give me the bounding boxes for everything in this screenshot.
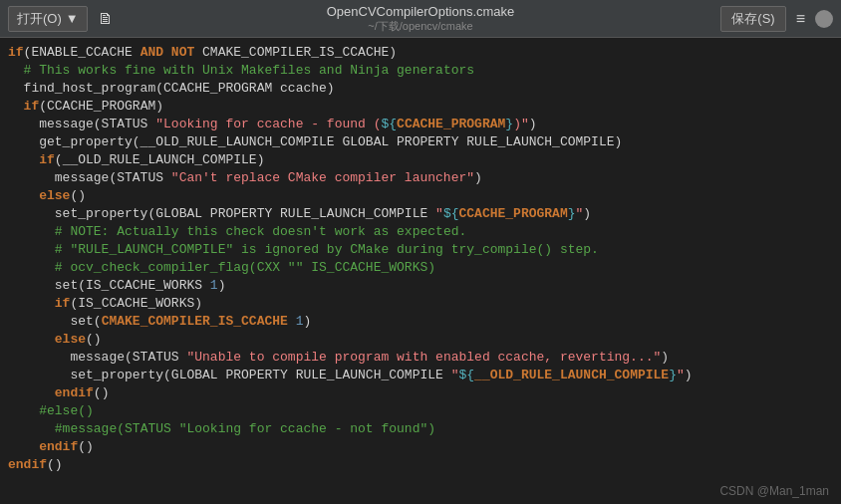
code-area: if(ENABLE_CCACHE AND NOT CMAKE_COMPILER_…	[0, 38, 841, 504]
code-line-11: # NOTE: Actually this check doesn't work…	[0, 223, 841, 241]
code-line-12: # "RULE_LAUNCH_COMPILE" is ignored by CM…	[0, 241, 841, 259]
menu-button[interactable]: ≡	[790, 7, 811, 31]
titlebar-left: 打开(O) ▼ 🗎	[8, 6, 120, 32]
code-line-14: set(IS_CCACHE_WORKS 1)	[0, 277, 841, 295]
code-line-6: get_property(__OLD_RULE_LAUNCH_COMPILE G…	[0, 133, 841, 151]
code-line-22: #message(STATUS "Looking for ccache - no…	[0, 420, 841, 438]
save-button[interactable]: 保存(S)	[720, 6, 785, 32]
code-line-2: # This works fine with Unix Makefiles an…	[0, 62, 841, 80]
file-icon-button[interactable]: 🗎	[92, 7, 120, 31]
code-line-18: message(STATUS "Unable to compile progra…	[0, 349, 841, 367]
title-filename: OpenCVCompilerOptions.cmake	[327, 4, 515, 19]
code-line-9: else()	[0, 187, 841, 205]
open-label: 打开(O)	[17, 10, 62, 28]
code-line-20: endif()	[0, 384, 841, 402]
titlebar-right: 保存(S) ≡	[720, 6, 833, 32]
code-line-15: if(IS_CCACHE_WORKS)	[0, 295, 841, 313]
code-line-4: if(CCACHE_PROGRAM)	[0, 98, 841, 116]
code-line-17: else()	[0, 331, 841, 349]
code-line-16: set(CMAKE_COMPILER_IS_CCACHE 1)	[0, 313, 841, 331]
code-line-8: message(STATUS "Can't replace CMake comp…	[0, 169, 841, 187]
code-line-1: if(ENABLE_CCACHE AND NOT CMAKE_COMPILER_…	[0, 44, 841, 62]
code-line-3: find_host_program(CCACHE_PROGRAM ccache)	[0, 80, 841, 98]
code-line-21: #else()	[0, 402, 841, 420]
watermark: CSDN @Man_1man	[719, 484, 829, 498]
title-path: ~/下载/opencv/cmake	[327, 19, 515, 34]
title-center: OpenCVCompilerOptions.cmake ~/下载/opencv/…	[327, 4, 515, 34]
code-line-10: set_property(GLOBAL PROPERTY RULE_LAUNCH…	[0, 205, 841, 223]
titlebar: 打开(O) ▼ 🗎 OpenCVCompilerOptions.cmake ~/…	[0, 0, 841, 38]
code-line-7: if(__OLD_RULE_LAUNCH_COMPILE)	[0, 151, 841, 169]
code-line-19: set_property(GLOBAL PROPERTY RULE_LAUNCH…	[0, 367, 841, 384]
code-line-23: endif()	[0, 438, 841, 456]
open-button[interactable]: 打开(O) ▼	[8, 6, 88, 32]
open-dropdown-icon: ▼	[66, 11, 79, 26]
code-line-13: # ocv_check_compiler_flag(CXX "" IS_CCAC…	[0, 259, 841, 277]
code-line-24: endif()	[0, 456, 841, 474]
code-line-5: message(STATUS "Looking for ccache - fou…	[0, 116, 841, 133]
circle-button[interactable]	[815, 10, 833, 28]
